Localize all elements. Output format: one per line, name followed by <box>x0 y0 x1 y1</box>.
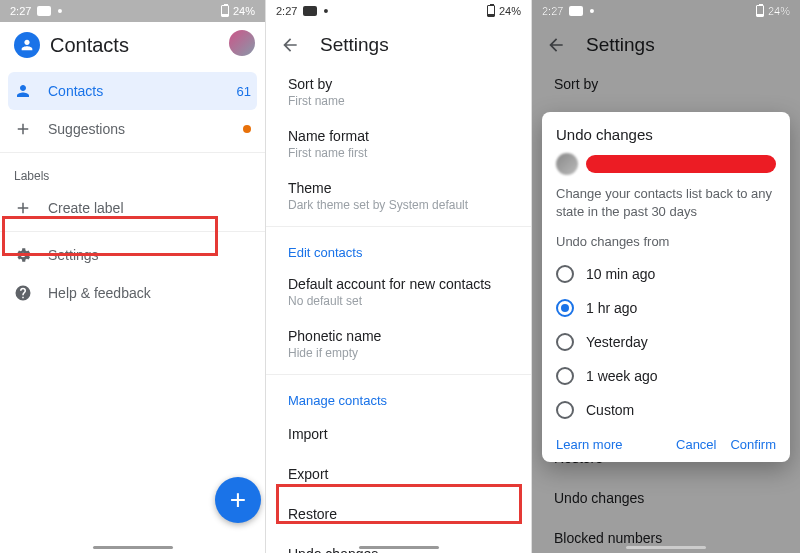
setting-subtitle: No default set <box>288 294 515 308</box>
section-edit-contacts: Edit contacts <box>266 231 531 266</box>
account-row <box>556 153 776 175</box>
app-bar: Contacts <box>0 22 265 72</box>
setting-title: Theme <box>288 180 515 196</box>
app-bar: Settings <box>266 22 531 66</box>
status-bar: 2:27 • 24% <box>532 0 800 22</box>
battery-icon <box>487 5 495 17</box>
setting-title: Default account for new contacts <box>288 276 515 292</box>
setting-title: Sort by <box>288 76 515 92</box>
radio-1-week-ago[interactable]: 1 week ago <box>556 359 776 393</box>
labels-header: Labels <box>0 157 265 189</box>
home-indicator <box>93 546 173 549</box>
radio-yesterday[interactable]: Yesterday <box>556 325 776 359</box>
youtube-icon <box>569 6 583 16</box>
radio-label: Yesterday <box>586 334 648 350</box>
status-battery: 24% <box>499 5 521 17</box>
nav-item-help[interactable]: Help & feedback <box>0 274 265 312</box>
plus-icon <box>14 199 32 217</box>
battery-icon <box>221 5 229 17</box>
cancel-button[interactable]: Cancel <box>676 437 716 452</box>
panel-settings: 2:27 • 24% Settings Sort by First name N… <box>266 0 532 553</box>
confirm-button[interactable]: Confirm <box>730 437 776 452</box>
section-manage-contacts: Manage contacts <box>266 379 531 414</box>
setting-subtitle: Hide if empty <box>288 346 515 360</box>
suggestions-icon <box>14 120 32 138</box>
radio-1-hr-ago[interactable]: 1 hr ago <box>556 291 776 325</box>
setting-theme[interactable]: Theme Dark theme set by System default <box>266 170 531 222</box>
setting-phonetic-name[interactable]: Phonetic name Hide if empty <box>266 318 531 370</box>
dialog-description: Change your contacts list back to any st… <box>556 185 776 220</box>
suggestions-badge <box>243 125 251 133</box>
status-battery: 24% <box>233 5 255 17</box>
status-battery: 24% <box>768 5 790 17</box>
person-icon <box>14 82 32 100</box>
learn-more-button[interactable]: Learn more <box>556 437 622 452</box>
status-time: 2:27 <box>276 5 297 17</box>
youtube-icon <box>37 6 51 16</box>
fab-add[interactable]: + <box>215 477 261 523</box>
radio-icon <box>556 333 574 351</box>
radio-label: 10 min ago <box>586 266 655 282</box>
radio-label: Custom <box>586 402 634 418</box>
radio-icon <box>556 299 574 317</box>
setting-sort-by[interactable]: Sort by First name <box>266 66 531 118</box>
home-indicator <box>359 546 439 549</box>
account-avatar <box>556 153 578 175</box>
radio-icon <box>556 367 574 385</box>
nav-label: Help & feedback <box>48 285 151 301</box>
nav-item-contacts[interactable]: Contacts 61 <box>8 72 257 110</box>
dialog-title: Undo changes <box>556 126 776 143</box>
back-icon[interactable] <box>280 35 300 55</box>
radio-label: 1 hr ago <box>586 300 637 316</box>
panel-undo-dialog: 2:27 24% Settings Sort by Name format Re… <box>532 0 800 553</box>
setting-title: Phonetic name <box>288 328 515 344</box>
nav-item-create-label[interactable]: Create label <box>0 189 265 227</box>
radio-icon <box>556 265 574 283</box>
nav-item-settings[interactable]: Settings <box>0 236 265 274</box>
help-icon <box>14 284 32 302</box>
nav-label: Create label <box>48 200 124 216</box>
status-bar: 2:27 • 24% <box>0 0 265 22</box>
radio-custom[interactable]: Custom <box>556 393 776 427</box>
setting-import[interactable]: Import <box>266 414 531 454</box>
home-indicator <box>626 546 706 549</box>
undo-changes-dialog: Undo changes Change your contacts list b… <box>542 112 790 462</box>
account-email-redacted <box>586 155 776 173</box>
nav-item-suggestions[interactable]: Suggestions <box>0 110 265 148</box>
radio-10-min-ago[interactable]: 10 min ago <box>556 257 776 291</box>
page-title: Settings <box>320 34 389 56</box>
status-time: 2:27 <box>10 5 31 17</box>
radio-icon <box>556 401 574 419</box>
setting-subtitle: First name <box>288 94 515 108</box>
setting-subtitle: First name first <box>288 146 515 160</box>
setting-restore[interactable]: Restore <box>266 494 531 534</box>
gear-icon <box>14 246 32 264</box>
setting-default-account[interactable]: Default account for new contacts No defa… <box>266 266 531 318</box>
nav-label: Settings <box>48 247 99 263</box>
youtube-icon <box>303 6 317 16</box>
setting-export[interactable]: Export <box>266 454 531 494</box>
contacts-app-icon <box>14 32 40 58</box>
setting-name-format[interactable]: Name format First name first <box>266 118 531 170</box>
setting-undo-changes[interactable]: Undo changes <box>266 534 531 553</box>
nav-label: Contacts <box>48 83 103 99</box>
app-title: Contacts <box>50 34 129 57</box>
panel-contacts-drawer: 2:27 • 24% Contacts Contacts 61 Suggest <box>0 0 266 553</box>
battery-icon <box>756 5 764 17</box>
setting-title: Name format <box>288 128 515 144</box>
nav-label: Suggestions <box>48 121 125 137</box>
user-avatar[interactable] <box>229 30 255 56</box>
status-time: 2:27 <box>542 5 563 17</box>
dialog-subheader: Undo changes from <box>556 234 776 249</box>
setting-subtitle: Dark theme set by System default <box>288 198 515 212</box>
status-bar: 2:27 • 24% <box>266 0 531 22</box>
radio-label: 1 week ago <box>586 368 658 384</box>
contacts-count: 61 <box>237 84 251 99</box>
